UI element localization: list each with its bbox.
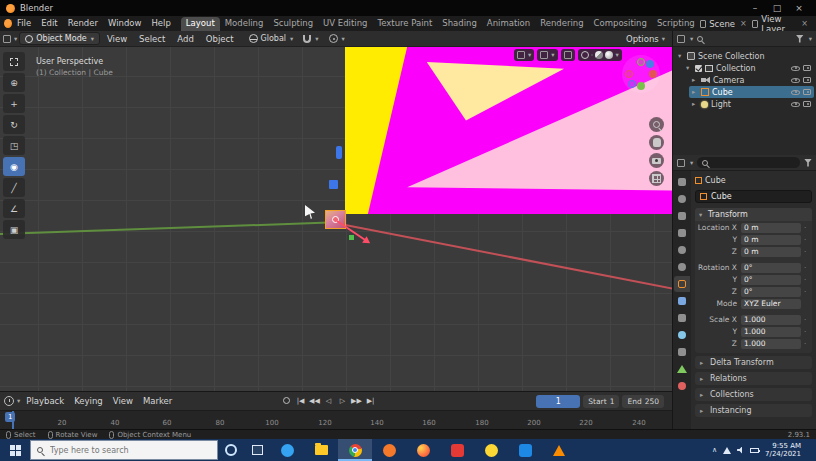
tool-select-box[interactable] xyxy=(3,52,25,71)
tab-scene[interactable] xyxy=(674,242,690,258)
animate-decorator[interactable]: · xyxy=(801,264,809,272)
menu-add[interactable]: Add xyxy=(172,34,198,44)
tab-particles[interactable] xyxy=(674,310,690,326)
tab-view-layer[interactable] xyxy=(674,225,690,241)
show-gizmo-toggle[interactable]: ▾ xyxy=(514,49,534,61)
axis-x-negative-dot[interactable] xyxy=(625,70,633,78)
outliner-row-collection[interactable]: ▾ Collection xyxy=(683,62,814,74)
axis-z-negative-dot[interactable] xyxy=(628,80,636,88)
tool-transform[interactable]: ◉ xyxy=(3,157,25,176)
menu-render[interactable]: Render xyxy=(63,16,103,31)
tab-output[interactable] xyxy=(674,208,690,224)
network-icon[interactable] xyxy=(723,447,731,454)
task-view-button[interactable] xyxy=(244,439,270,461)
tab-world[interactable] xyxy=(674,259,690,275)
proportional-editing-toggle[interactable]: ▾ xyxy=(329,34,345,43)
menu-marker[interactable]: Marker xyxy=(139,396,176,406)
search-input[interactable] xyxy=(48,445,188,456)
frame-end-field[interactable]: End 250 xyxy=(622,395,664,408)
battery-icon[interactable] xyxy=(750,448,759,453)
tab-modeling[interactable]: Modeling xyxy=(220,17,269,31)
properties-search-field[interactable] xyxy=(697,157,800,168)
expand-icon[interactable]: ▸ xyxy=(692,88,698,96)
tool-cursor[interactable]: ⊕ xyxy=(3,73,25,92)
tool-rotate[interactable]: ↻ xyxy=(3,115,25,134)
menu-view-timeline[interactable]: View xyxy=(109,396,137,406)
scene-browse-icon[interactable] xyxy=(700,20,707,28)
tab-layout[interactable]: Layout xyxy=(181,17,220,31)
current-frame-field[interactable]: 1 xyxy=(536,395,580,408)
transform-orientation-selector[interactable]: Global ▾ xyxy=(249,34,294,43)
taskbar-app-edge[interactable] xyxy=(270,439,304,461)
tab-scripting[interactable]: Scripting xyxy=(652,17,700,31)
options-dropdown[interactable]: Options ▾ xyxy=(626,34,669,44)
tool-add-cube[interactable]: ▣ xyxy=(3,220,25,239)
hide-viewport-icon[interactable] xyxy=(791,66,800,71)
playhead-badge[interactable]: 1 xyxy=(5,412,15,422)
menu-select[interactable]: Select xyxy=(134,34,170,44)
animate-decorator[interactable]: · xyxy=(801,328,809,336)
camera-object-marker[interactable] xyxy=(329,180,338,189)
tab-material[interactable] xyxy=(674,378,690,394)
collection-checkbox[interactable] xyxy=(695,65,702,72)
axis-x-positive-dot[interactable] xyxy=(649,70,657,78)
properties-editor-dropdown-icon[interactable]: ▾ xyxy=(690,159,693,167)
taskbar-clock[interactable]: 9:55 AM 7/24/2021 xyxy=(765,442,801,458)
pan-button[interactable] xyxy=(649,135,664,150)
section-delta-transform[interactable]: ▸ Delta Transform xyxy=(695,356,812,369)
menu-keying[interactable]: Keying xyxy=(70,396,107,406)
menu-help[interactable]: Help xyxy=(146,16,175,31)
camera-view-button[interactable] xyxy=(649,153,664,168)
animate-decorator[interactable]: · xyxy=(801,276,809,284)
disable-render-icon[interactable] xyxy=(803,101,811,107)
taskbar-app-blue[interactable] xyxy=(508,439,542,461)
tab-sculpting[interactable]: Sculpting xyxy=(268,17,318,31)
tab-tool[interactable] xyxy=(674,174,690,190)
zoom-button[interactable] xyxy=(649,117,664,132)
location-x-field[interactable]: 0 m xyxy=(741,223,801,233)
prev-keyframe-button[interactable]: ◀◀ xyxy=(308,394,321,407)
timeline-editor-type-icon[interactable] xyxy=(4,396,14,406)
mode-selector[interactable]: Object Mode ▾ xyxy=(19,32,100,45)
taskbar-app-yellow[interactable] xyxy=(474,439,508,461)
transform-panel-header[interactable]: ▾ Transform xyxy=(695,208,812,221)
tab-texture-paint[interactable]: Texture Paint xyxy=(372,17,437,31)
tab-uv-editing[interactable]: UV Editing xyxy=(318,17,372,31)
tab-compositing[interactable]: Compositing xyxy=(589,17,652,31)
scale-z-field[interactable]: 1.000 xyxy=(741,339,801,349)
snap-toggle[interactable]: ▾ xyxy=(303,35,318,43)
xray-toggle[interactable] xyxy=(561,49,575,61)
show-overlays-toggle[interactable]: ▾ xyxy=(537,49,557,61)
tab-object-data[interactable] xyxy=(674,361,690,377)
scene-unlink-icon[interactable]: × xyxy=(738,19,749,28)
menu-playback[interactable]: Playback xyxy=(22,396,68,406)
section-collections[interactable]: ▸ Collections xyxy=(695,388,812,401)
outliner-editor-dropdown-icon[interactable]: ▾ xyxy=(690,35,693,43)
animate-decorator[interactable]: · xyxy=(801,288,809,296)
menu-view[interactable]: View xyxy=(102,34,132,44)
editor-type-dropdown-icon[interactable]: ▾ xyxy=(14,35,17,43)
hide-viewport-icon[interactable] xyxy=(791,78,800,83)
outliner-row-scene-collection[interactable]: ▾ Scene Collection xyxy=(675,50,814,62)
tray-expand-icon[interactable]: ∧ xyxy=(712,446,717,454)
section-relations[interactable]: ▸ Relations xyxy=(695,372,812,385)
volume-icon[interactable] xyxy=(737,447,744,454)
jump-to-start-button[interactable]: |◀ xyxy=(294,394,307,407)
taskbar-app-vlc[interactable] xyxy=(542,439,576,461)
expand-icon[interactable]: ▸ xyxy=(692,76,698,84)
disable-render-icon[interactable] xyxy=(803,77,811,83)
jump-to-end-button[interactable]: ▶| xyxy=(364,394,377,407)
taskbar-app-file-explorer[interactable] xyxy=(304,439,338,461)
play-reverse-button[interactable]: ◁ xyxy=(322,394,335,407)
properties-editor-type-icon[interactable] xyxy=(677,159,685,167)
menu-object[interactable]: Object xyxy=(201,34,239,44)
axis-y-negative-dot[interactable] xyxy=(637,58,645,66)
taskbar-app-firefox[interactable] xyxy=(406,439,440,461)
menu-window[interactable]: Window xyxy=(103,16,147,31)
expand-icon[interactable]: ▾ xyxy=(678,52,684,60)
tab-object[interactable] xyxy=(674,276,690,292)
taskbar-app-red[interactable] xyxy=(440,439,474,461)
section-instancing[interactable]: ▸ Instancing xyxy=(695,404,812,417)
editor-type-icon[interactable] xyxy=(3,35,11,43)
blender-menu-icon[interactable] xyxy=(4,19,12,28)
